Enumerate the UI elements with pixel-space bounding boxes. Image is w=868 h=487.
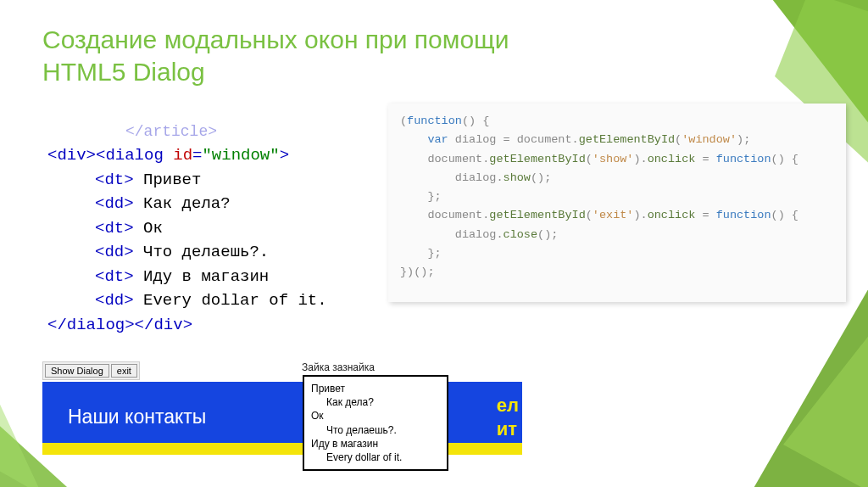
- dialog-dt: Привет: [311, 382, 440, 395]
- code-line: <dd> Что делаешь?.: [47, 240, 393, 265]
- deco-triangle: [732, 275, 868, 487]
- code-line: };: [400, 244, 834, 263]
- button-bar: Show Dialog exit: [42, 361, 140, 380]
- code-line: <dt> Иду в магазин: [47, 265, 393, 289]
- page-caption: Зайка зазнайка: [302, 361, 375, 373]
- code-line: dialog.close();: [400, 226, 834, 244]
- code-line: <dd> Как дела?: [47, 192, 393, 216]
- code-line: document.getElementById('show').onclick …: [400, 150, 834, 169]
- hero-banner: Наши контакты елит: [42, 382, 522, 455]
- exit-button[interactable]: exit: [111, 364, 137, 378]
- dialog-dd: Как дела?: [326, 395, 440, 409]
- code-line: })();: [400, 263, 834, 282]
- code-line: (function() {: [400, 112, 834, 131]
- dialog-dt: Иду в магазин: [311, 437, 440, 451]
- slide-title: Создание модальных окон при помощи HTML5…: [42, 24, 585, 87]
- code-line: var dialog = document.getElementById('wi…: [400, 131, 834, 149]
- banner-truncated-text: елит: [497, 394, 519, 440]
- code-line: <dd> Every dollar of it.: [47, 288, 393, 313]
- code-line: dialog.show();: [400, 169, 834, 188]
- dialog-dd: Every dollar of it.: [326, 451, 440, 464]
- code-line: };: [400, 188, 834, 206]
- html-code-block: </article> <div><dialog id="window"> <dt…: [42, 117, 398, 340]
- code-line: </article>: [47, 120, 393, 143]
- dialog-dd: Что делаешь?.: [326, 423, 440, 437]
- code-line: </dialog></div>: [47, 313, 393, 338]
- banner-heading: Наши контакты: [68, 406, 206, 428]
- code-line: document.getElementById('exit').onclick …: [400, 206, 834, 225]
- code-line: <dt> Привет: [47, 168, 393, 193]
- show-dialog-button[interactable]: Show Dialog: [45, 364, 109, 378]
- browser-mock: Show Dialog exit Зайка зазнайка Наши кон…: [42, 361, 524, 455]
- dialog-popup: Привет Как дела? Ок Что делаешь?. Иду в …: [303, 375, 448, 471]
- code-line: <dt> Ок: [47, 216, 393, 241]
- js-code-block: (function() { var dialog = document.getE…: [388, 104, 846, 302]
- code-line: <div><dialog id="window">: [47, 143, 393, 168]
- dialog-dt: Ок: [311, 409, 440, 423]
